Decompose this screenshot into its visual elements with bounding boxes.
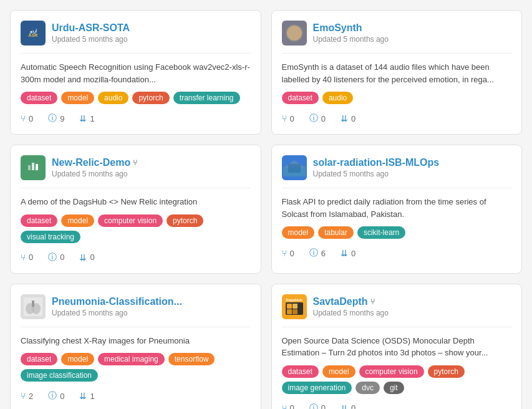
card-header: DagsHub SavtaDepth ⑂ Updated 5 months ag… [282,294,512,319]
stats: ⑂ 0 ⓘ 9 ⇊ 1 [21,113,251,124]
tag-medical-imaging[interactable]: medical imaging [98,353,165,365]
tag-audio[interactable]: audio [322,92,353,104]
stat-prs: ⇊ 0 [341,248,355,259]
avatar [21,294,46,319]
stat-prs: ⇊ 0 [341,113,355,124]
updated-text: Updated 5 months ago [313,309,389,317]
header-info: Pneumonia-Classification... Updated 5 mo… [52,296,182,317]
header-info: Urdu-ASR-SOTA Updated 5 months ago [52,22,130,44]
card-header: solar-radiation-ISB-MLOps Updated 5 mont… [282,155,512,180]
svg-rect-2 [36,164,38,170]
card-urdu-asr: اردو ASR Urdu-ASR-SOTA Updated 5 months … [10,10,261,135]
description: Classifying chest X-Ray images for Pneum… [21,335,251,347]
avatar: اردو ASR [21,21,46,46]
stat-forks: ⑂ 0 [282,248,294,259]
card-emosynth: EmoSynth Updated 5 months ago EmoSynth i… [271,10,523,135]
tag-model[interactable]: model [61,92,94,104]
fork-icon: ⑂ [282,248,287,258]
tag-scikit-learn[interactable]: scikit-learn [357,226,405,239]
stats: ⑂ 0 ⓘ 6 ⇊ 0 [282,248,512,259]
issue-count: 0 [321,403,326,409]
stat-prs: ⇊ 0 [341,403,355,410]
updated-text: Updated 5 months ago [313,35,389,44]
fork-count: 0 [29,253,33,262]
tag-dataset[interactable]: dataset [21,353,57,365]
card-header: EmoSynth Updated 5 months ago [282,21,512,46]
stat-issues: ⓘ 0 [48,390,64,402]
card-pneumonia: Pneumonia-Classification... Updated 5 mo… [10,284,261,410]
tags: modeltabularscikit-learn [282,226,512,239]
tag-dataset[interactable]: dataset [21,92,57,104]
tag-tabular[interactable]: tabular [318,226,354,239]
tags: datasetmodelcomputer visionpytorchimage … [282,365,512,394]
pr-icon: ⇊ [341,113,348,123]
pr-icon: ⇊ [79,253,87,262]
stat-prs: ⇊ 1 [79,390,94,402]
stat-issues: ⓘ 0 [48,252,64,263]
fork-badge: ⑂ [370,297,375,306]
description: A demo of the DagsHub <> New Relic integ… [21,196,251,208]
tag-dataset[interactable]: dataset [282,92,319,104]
pr-count: 0 [351,114,355,123]
repo-name[interactable]: Pneumonia-Classification... [52,296,182,307]
header-info: solar-radiation-ISB-MLOps Updated 5 mont… [313,157,440,178]
repo-name[interactable]: SavtaDepth ⑂ [313,296,389,307]
tag-computer-vision[interactable]: computer vision [98,214,163,227]
description: Automatic Speech Recognition using Faceb… [21,61,251,85]
repo-name[interactable]: EmoSynth [313,22,389,34]
description: EmoSynth is a dataset of 144 audio files… [282,61,512,85]
pr-count: 0 [90,253,94,262]
issue-count: 0 [321,114,326,123]
avatar [282,155,307,180]
fork-icon: ⑂ [21,113,26,123]
avatar [21,155,46,180]
card-header: Pneumonia-Classification... Updated 5 mo… [21,294,251,319]
tag-model[interactable]: model [322,365,355,378]
tag-transfer-learning[interactable]: transfer learning [173,92,240,104]
updated-text: Updated 5 months ago [52,309,182,317]
tag-pytorch[interactable]: pytorch [167,214,203,227]
tag-dvc[interactable]: dvc [355,382,380,394]
fork-icon: ⑂ [282,403,287,410]
tag-pytorch[interactable]: pytorch [132,92,169,104]
pr-count: 0 [351,403,355,409]
issue-count: 0 [60,253,64,262]
pr-count: 0 [351,249,355,258]
issue-icon: ⓘ [48,390,57,402]
stat-forks: ⑂ 0 [282,403,294,410]
stats: ⑂ 0 ⓘ 0 ⇊ 0 [282,403,512,410]
tag-image-classification[interactable]: image classification [21,369,98,382]
tag-model[interactable]: model [282,226,315,239]
stat-issues: ⓘ 0 [309,113,326,124]
fork-count: 0 [290,114,294,123]
tag-tensorflow[interactable]: tensorflow [168,353,215,365]
svg-rect-5 [288,164,301,173]
stat-prs: ⇊ 1 [79,113,94,124]
card-new-relic-demo: New-Relic-Demo ⑂ Updated 5 months ago A … [10,145,261,274]
tag-image-generation[interactable]: image generation [282,382,352,394]
pr-count: 1 [90,392,94,401]
stat-issues: ⓘ 0 [309,403,326,410]
tag-dataset[interactable]: dataset [21,214,57,227]
tag-dataset[interactable]: dataset [282,365,319,378]
divider [282,53,512,54]
divider [21,53,251,54]
header-info: New-Relic-Demo ⑂ Updated 5 months ago [52,157,137,178]
avatar [282,21,307,46]
description: Open Source Data Science (OSDS) Monocula… [282,335,512,359]
tag-visual-tracking[interactable]: visual tracking [21,231,80,243]
pr-icon: ⇊ [79,391,87,401]
tag-git[interactable]: git [384,382,404,394]
tag-model[interactable]: model [61,214,94,227]
tag-model[interactable]: model [61,353,94,365]
fork-icon: ⑂ [21,253,26,262]
repo-name[interactable]: Urdu-ASR-SOTA [52,22,130,34]
tag-computer-vision[interactable]: computer vision [359,365,424,378]
tag-pytorch[interactable]: pytorch [428,365,465,378]
svg-rect-0 [28,165,31,170]
pr-icon: ⇊ [341,248,348,258]
pr-count: 1 [90,114,94,123]
tag-audio[interactable]: audio [98,92,128,104]
repo-name[interactable]: New-Relic-Demo ⑂ [52,157,137,168]
repo-name[interactable]: solar-radiation-ISB-MLOps [313,157,440,168]
